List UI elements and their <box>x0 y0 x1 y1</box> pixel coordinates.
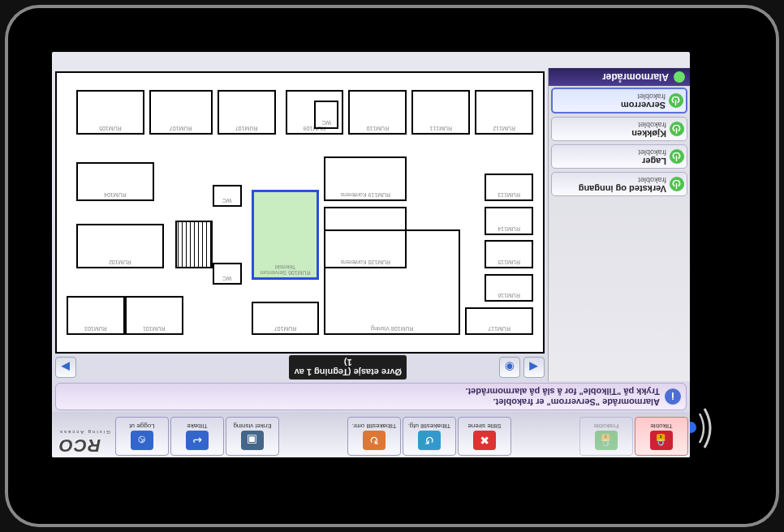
notice-line2: Trykk på "Tilkoble" for å slå på alarmom… <box>466 386 661 397</box>
stairs-icon <box>175 221 213 268</box>
stille-sirene-button[interactable]: ✖ Stille sirene <box>458 417 511 456</box>
floorplan-toolbar: ◀ ◉ Øvre etasje (Tegning 1 av 1) ▶ <box>52 354 548 381</box>
room: RUM102 <box>76 224 164 268</box>
unlock-icon: 🔓 <box>600 434 614 447</box>
room: RUM112 <box>475 90 533 135</box>
status-icon: ⏻ <box>670 177 684 191</box>
status-icon: ⏻ <box>670 149 684 164</box>
tilkoble-label: Tilkoble <box>650 423 672 430</box>
logout-icon: ⎋ <box>139 434 145 447</box>
room: RUM105 <box>76 90 144 135</box>
brand-logo: RCO Giving Access <box>54 430 110 456</box>
room: RUM114 <box>485 207 533 234</box>
status-icon: ⏻ <box>670 122 684 136</box>
arrow-right-icon: ▶ <box>62 361 71 374</box>
frakoble-label: Frakoble <box>593 423 618 430</box>
alarm-area-kjokken[interactable]: ⏻ Kjøkken frakoblet <box>551 117 687 141</box>
room: RUM101 <box>125 296 183 335</box>
room: RUM117 <box>465 307 533 335</box>
area-status: frakoblet <box>621 92 666 101</box>
room: RUM111 <box>411 90 470 135</box>
refresh-icon <box>674 71 685 83</box>
notice-line1: Alarmområde "Serverrom" er frakoblet. <box>466 397 661 407</box>
prev-drawing-button[interactable]: ◀ <box>523 357 545 378</box>
room: RUM104 <box>76 162 154 201</box>
room: RUM120 Konferens <box>324 207 407 268</box>
tilbake-button[interactable]: ↩ Tilbake <box>170 417 224 456</box>
room: RUM110 <box>348 90 407 135</box>
sidebar-title: Alarmområder <box>602 71 669 83</box>
room: RUM115 <box>485 240 533 268</box>
room: RUM107 <box>218 90 276 135</box>
loggeut-label: Logge ut <box>129 423 154 430</box>
room: RUM107 <box>252 302 320 335</box>
room: RUM116 <box>485 274 533 302</box>
screen: 🔒 Tilkoble 🔓 Frakoble ✖ Stille sirene ↺ … <box>52 52 690 457</box>
notice-banner: i Alarmområde "Serverrom" er frakoblet. … <box>55 383 687 410</box>
sidebar-header[interactable]: Alarmområder <box>549 68 690 86</box>
tilkoble-button[interactable]: 🔒 Tilkoble <box>635 417 688 456</box>
room-wc: WC <box>213 263 242 285</box>
reset-area-icon: ↻ <box>369 434 379 447</box>
status-icon: ⏻ <box>669 93 683 108</box>
area-name: Serverrom <box>621 101 666 109</box>
floorplan-panel: ◀ ◉ Øvre etasje (Tegning 1 av 1) ▶ RUM11… <box>52 68 548 381</box>
alarm-area-lager[interactable]: ⏻ Lager frakoblet <box>551 144 687 169</box>
enkel-visning-button[interactable]: ▣ Enkel visning <box>226 417 279 456</box>
logge-ut-button[interactable]: ⎋ Logge ut <box>115 417 169 456</box>
view-icon: ▣ <box>248 434 258 447</box>
area-status: frakoblet <box>631 120 666 129</box>
lock-icon: 🔒 <box>655 434 669 447</box>
info-icon: i <box>665 388 681 405</box>
tilbakestill-omr-label: Tilbakestill omr. <box>352 423 397 430</box>
reset-out-icon: ↺ <box>424 434 434 447</box>
room: RUM119 Konferens <box>324 157 407 201</box>
room-wc: WC <box>314 101 338 128</box>
room-selected: RUM106 Serverrom Tekniskt <box>252 190 320 279</box>
globe-icon: ◉ <box>505 361 515 374</box>
frakoble-button[interactable]: 🔓 Frakoble <box>579 417 633 456</box>
stille-label: Stille sirene <box>467 423 501 430</box>
enkel-label: Enkel visning <box>233 423 271 430</box>
next-drawing-button[interactable]: ▶ <box>55 357 76 378</box>
floorplan-canvas[interactable]: RUM117 RUM116 RUM115 RUM114 RUM113 RUM11… <box>55 71 545 354</box>
area-name: Verksted og inngang <box>579 184 666 193</box>
tilbake-label: Tilbake <box>187 423 208 430</box>
room: RUM107 <box>149 90 213 135</box>
device-bezel: 🔒 Tilkoble 🔓 Frakoble ✖ Stille sirene ↺ … <box>8 8 776 524</box>
area-status: frakoblet <box>579 175 666 184</box>
toolbar: 🔒 Tilkoble 🔓 Frakoble ✖ Stille sirene ↺ … <box>52 412 690 457</box>
arrow-left-icon: ◀ <box>530 361 539 374</box>
back-icon: ↩ <box>192 434 202 447</box>
alarm-area-verksted[interactable]: ⏻ Verksted og inngang frakoblet <box>551 172 687 196</box>
area-name: Lager <box>638 157 666 165</box>
room: RUM103 <box>67 296 125 335</box>
brand-tagline: Giving Access <box>58 430 110 435</box>
floorplan-title: Øvre etasje (Tegning 1 av 1) <box>290 355 407 380</box>
room-wc: WC <box>213 185 242 208</box>
room: RUM113 <box>485 174 533 201</box>
tilbakestill-utg-label: Tilbakestill utg. <box>408 423 451 430</box>
main: ⏻ Verksted og inngang frakoblet ⏻ Lager … <box>52 68 690 381</box>
zoom-button[interactable]: ◉ <box>499 357 520 378</box>
alarm-area-serverrom[interactable]: ⏻ Serverrom frakoblet <box>551 88 687 114</box>
sidebar: ⏻ Verksted og inngang frakoblet ⏻ Lager … <box>548 68 690 381</box>
area-name: Kjøkken <box>631 129 666 138</box>
area-status: frakoblet <box>638 148 666 157</box>
mute-icon: ✖ <box>480 434 489 447</box>
tilbakestill-omr-button[interactable]: ↻ Tilbakestill omr. <box>347 417 401 456</box>
brand-name: RCO <box>58 435 101 456</box>
tilbakestill-utg-button[interactable]: ↺ Tilbakestill utg. <box>403 417 456 456</box>
